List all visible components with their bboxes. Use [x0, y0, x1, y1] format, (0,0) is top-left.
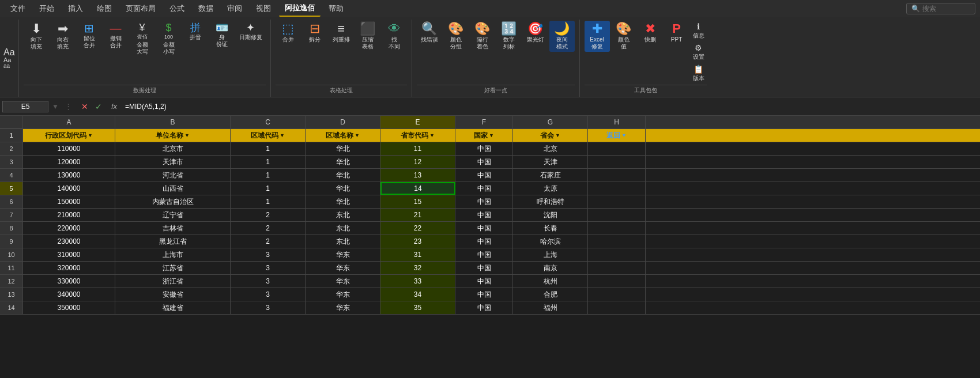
spotlight-button[interactable]: 🎯 聚光灯	[523, 21, 548, 45]
id-card-button[interactable]: 🪪 身份证	[209, 21, 235, 50]
cell-2-A[interactable]: 110000	[23, 142, 115, 155]
cell-6-H[interactable]	[588, 195, 646, 208]
cell-12-B[interactable]: 浙江省	[115, 275, 231, 288]
cell-12-A[interactable]: 330000	[23, 275, 115, 288]
cell-11-G[interactable]: 南京	[513, 262, 588, 274]
cell-9-F[interactable]: 中国	[455, 235, 513, 248]
header-cell-d[interactable]: 区域名称▼	[306, 129, 380, 142]
row-num-10[interactable]: 10	[0, 248, 23, 261]
dropdown-arrow-f[interactable]: ▼	[489, 133, 494, 138]
menu-help[interactable]: 帮助	[323, 1, 349, 16]
cell-14-F[interactable]: 中国	[455, 301, 513, 314]
col-rearrange-button[interactable]: ≡ 列重排	[329, 21, 354, 45]
fill-right-button[interactable]: ➡ 向右填充	[50, 21, 76, 52]
header-cell-f[interactable]: 国家▼	[455, 129, 513, 142]
cell-10-F[interactable]: 中国	[455, 248, 513, 261]
cell-4-A[interactable]: 130000	[23, 169, 115, 182]
cell-14-G[interactable]: 福州	[513, 301, 588, 314]
cell-5-B[interactable]: 山西省	[115, 182, 231, 195]
col-header-c[interactable]: C	[231, 116, 306, 128]
cell-13-D[interactable]: 华东	[306, 288, 380, 301]
cell-8-D[interactable]: 东北	[306, 222, 380, 235]
cell-12-C[interactable]: 3	[231, 275, 306, 288]
stay-merge-button[interactable]: ⊞ 留位合并	[77, 21, 102, 51]
cell-12-E[interactable]: 33	[380, 275, 455, 288]
find-diff-button[interactable]: 👁 找不同	[382, 21, 407, 52]
cell-5-C[interactable]: 1	[231, 182, 306, 195]
cell-12-F[interactable]: 中国	[455, 275, 513, 288]
cell-9-A[interactable]: 230000	[23, 235, 115, 248]
fill-down-button[interactable]: ⬇ 向下填充	[24, 21, 49, 52]
cell-14-A[interactable]: 350000	[23, 301, 115, 314]
menu-formula[interactable]: 公式	[164, 1, 190, 16]
dropdown-arrow-c[interactable]: ▼	[280, 133, 285, 138]
cell-11-F[interactable]: 中国	[455, 262, 513, 274]
dots-icon[interactable]: ⋮	[62, 102, 74, 111]
merge-button[interactable]: ⬚ 合并	[276, 21, 301, 45]
alt-color-button[interactable]: 🎨 隔行着色	[470, 21, 495, 52]
cancel-formula-icon[interactable]: ✕	[79, 101, 91, 112]
cell-14-D[interactable]: 华东	[306, 301, 380, 314]
cell-4-H[interactable]	[588, 169, 646, 182]
cell-12-D[interactable]: 华东	[306, 275, 380, 288]
info-button[interactable]: ℹ 信息	[691, 21, 707, 41]
cell-12-H[interactable]	[588, 275, 646, 288]
cell-9-H[interactable]	[588, 235, 646, 248]
row-num-13[interactable]: 13	[0, 288, 23, 301]
cell-reference[interactable]: E5	[2, 101, 48, 112]
cell-8-F[interactable]: 中国	[455, 222, 513, 235]
cell-14-E[interactable]: 35	[380, 301, 455, 314]
settings-button[interactable]: ⚙ 设置	[691, 42, 707, 62]
cell-10-B[interactable]: 上海市	[115, 248, 231, 261]
cell-8-H[interactable]	[588, 222, 646, 235]
color-group-button[interactable]: 🎨 颜色分组	[443, 21, 469, 52]
header-cell-a[interactable]: 行政区划代码▼	[23, 129, 115, 142]
cell-13-B[interactable]: 安徽省	[115, 288, 231, 301]
cell-6-E[interactable]: 15	[380, 195, 455, 208]
cell-2-C[interactable]: 1	[231, 142, 306, 155]
cell-2-B[interactable]: 北京市	[115, 142, 231, 155]
cell-7-E[interactable]: 21	[380, 209, 455, 221]
cell-4-C[interactable]: 1	[231, 169, 306, 182]
cell-8-B[interactable]: 吉林省	[115, 222, 231, 235]
cell-11-A[interactable]: 320000	[23, 262, 115, 274]
cell-3-B[interactable]: 天津市	[115, 156, 231, 168]
row-num-6[interactable]: 6	[0, 195, 23, 208]
undo-merge-button[interactable]: — 撤销合并	[103, 21, 129, 51]
cell-9-B[interactable]: 黑龙江省	[115, 235, 231, 248]
cell-7-G[interactable]: 沈阳	[513, 209, 588, 221]
menu-file[interactable]: 文件	[5, 1, 31, 16]
cell-2-H[interactable]	[588, 142, 646, 155]
row-num-5[interactable]: 5	[0, 182, 23, 195]
cell-4-F[interactable]: 中国	[455, 169, 513, 182]
menu-draw[interactable]: 绘图	[91, 1, 118, 16]
row-num-7[interactable]: 7	[0, 209, 23, 221]
ppt-button[interactable]: P PPT	[664, 21, 689, 45]
cell-6-G[interactable]: 呼和浩特	[513, 195, 588, 208]
search-bar[interactable]: 🔍	[906, 3, 975, 14]
col-header-h[interactable]: H	[588, 116, 646, 128]
cell-9-E[interactable]: 23	[380, 235, 455, 248]
color-val-button[interactable]: 🎨 颜色值	[611, 21, 636, 52]
version-button[interactable]: 📋 版本	[691, 63, 707, 84]
row-num-8[interactable]: 8	[0, 222, 23, 235]
cell-7-D[interactable]: 东北	[306, 209, 380, 221]
cell-14-B[interactable]: 福建省	[115, 301, 231, 314]
cell-2-E[interactable]: 11	[380, 142, 455, 155]
cell-3-F[interactable]: 中国	[455, 156, 513, 168]
cell-4-D[interactable]: 华北	[306, 169, 380, 182]
cell-7-H[interactable]	[588, 209, 646, 221]
formula-input[interactable]: =MID(A5,1,2)	[122, 101, 978, 112]
menu-start[interactable]: 开始	[33, 1, 60, 16]
cell-7-B[interactable]: 辽宁省	[115, 209, 231, 221]
cell-13-G[interactable]: 合肥	[513, 288, 588, 301]
col-header-d[interactable]: D	[306, 116, 380, 128]
excel-repair-button[interactable]: ✚ Excel修复	[585, 21, 610, 52]
cell-2-F[interactable]: 中国	[455, 142, 513, 155]
header-cell-e[interactable]: 省市代码▼	[380, 129, 455, 142]
menu-view[interactable]: 视图	[250, 1, 277, 16]
cell-5-G[interactable]: 太原	[513, 182, 588, 195]
date-fix-button[interactable]: ✦ 日期修复	[236, 21, 266, 43]
dropdown-arrow-b[interactable]: ▼	[184, 133, 190, 138]
cell-9-G[interactable]: 哈尔滨	[513, 235, 588, 248]
